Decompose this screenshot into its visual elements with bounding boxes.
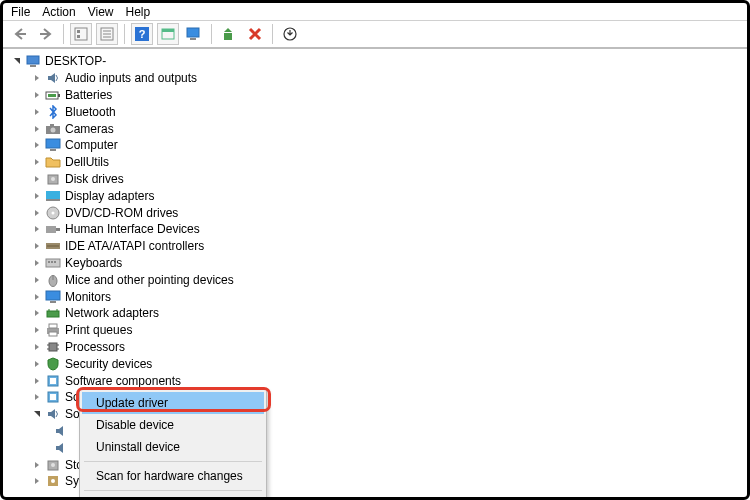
back-button[interactable] — [9, 23, 31, 45]
expand-arrow-icon[interactable] — [31, 240, 43, 252]
tree-category[interactable]: Audio inputs and outputs — [31, 70, 741, 87]
ctx-uninstall-device[interactable]: Uninstall device — [82, 436, 264, 458]
tree-category[interactable]: Security devices — [31, 355, 741, 372]
forward-button[interactable] — [35, 23, 57, 45]
tree-category[interactable]: Mice and other pointing devices — [31, 271, 741, 288]
expand-arrow-icon[interactable] — [31, 89, 43, 101]
scan-hardware-button[interactable] — [183, 23, 205, 45]
expand-arrow-icon[interactable] — [31, 223, 43, 235]
menu-action[interactable]: Action — [42, 5, 75, 19]
expand-arrow-icon[interactable] — [11, 55, 23, 67]
svg-point-21 — [51, 127, 56, 132]
expand-arrow-icon[interactable] — [31, 391, 43, 403]
svg-rect-15 — [27, 56, 39, 64]
properties-button[interactable] — [96, 23, 118, 45]
svg-rect-19 — [48, 94, 56, 97]
tree-category-label: Network adapters — [65, 306, 159, 320]
show-hide-tree-button[interactable] — [70, 23, 92, 45]
update-driver-toolbar-button[interactable] — [218, 23, 240, 45]
tree-root[interactable]: DESKTOP- — [11, 53, 741, 70]
svg-rect-49 — [49, 343, 57, 351]
menu-file[interactable]: File — [11, 5, 30, 19]
tree-category[interactable]: Network adapters — [31, 305, 741, 322]
expand-arrow-icon[interactable] — [31, 156, 43, 168]
folder-icon — [45, 154, 61, 170]
printer-icon — [45, 322, 61, 338]
tree-category[interactable]: DVD/CD-ROM drives — [31, 204, 741, 221]
ctx-scan-hardware[interactable]: Scan for hardware changes — [82, 465, 264, 487]
expand-arrow-icon[interactable] — [31, 257, 43, 269]
expand-arrow-icon[interactable] — [31, 341, 43, 353]
tree-category-label: Monitors — [65, 290, 111, 304]
mouse-icon — [45, 272, 61, 288]
tree-category[interactable]: DellUtils — [31, 154, 741, 171]
bluetooth-icon — [45, 104, 61, 120]
expand-arrow-icon[interactable] — [31, 72, 43, 84]
help-button[interactable]: ? — [131, 23, 153, 45]
toolbar-separator — [272, 24, 273, 44]
expand-arrow-icon[interactable] — [31, 408, 43, 420]
toolbar-button[interactable] — [157, 23, 179, 45]
tree-category[interactable]: Batteries — [31, 87, 741, 104]
tree-category-label: Display adapters — [65, 189, 154, 203]
expand-arrow-icon[interactable] — [31, 207, 43, 219]
ctx-properties[interactable]: Properties — [82, 494, 264, 500]
system-icon — [45, 473, 61, 489]
tree-root-label: DESKTOP- — [45, 54, 106, 68]
expand-arrow-icon[interactable] — [31, 375, 43, 387]
keyboard-icon — [45, 255, 61, 271]
ctx-update-driver[interactable]: Update driver — [82, 392, 264, 414]
tree-category-label: Processors — [65, 340, 125, 354]
svg-rect-43 — [47, 311, 59, 317]
toolbar: ? — [3, 21, 747, 49]
expand-arrow-icon[interactable] — [31, 190, 43, 202]
cpu-icon — [45, 339, 61, 355]
tree-category-label: Disk drives — [65, 172, 124, 186]
svg-rect-38 — [54, 261, 56, 263]
tree-category[interactable]: Bluetooth — [31, 103, 741, 120]
security-icon — [45, 356, 61, 372]
uninstall-toolbar-button[interactable] — [244, 23, 266, 45]
tree-category[interactable]: IDE ATA/ATAPI controllers — [31, 238, 741, 255]
update-icon — [222, 27, 236, 41]
tree-category[interactable]: Disk drives — [31, 171, 741, 188]
expand-arrow-icon[interactable] — [31, 123, 43, 135]
tree-category[interactable]: Human Interface Devices — [31, 221, 741, 238]
menu-help[interactable]: Help — [126, 5, 151, 19]
expand-arrow-icon[interactable] — [31, 324, 43, 336]
expand-arrow-icon[interactable] — [31, 173, 43, 185]
expand-arrow-icon[interactable] — [31, 106, 43, 118]
expand-arrow-icon[interactable] — [31, 307, 43, 319]
speaker-icon — [53, 440, 69, 456]
svg-rect-37 — [51, 261, 53, 263]
tree-category[interactable]: Monitors — [31, 288, 741, 305]
expand-arrow-icon[interactable] — [31, 139, 43, 151]
tree-category[interactable]: Software components — [31, 372, 741, 389]
tree-category[interactable]: Print queues — [31, 322, 741, 339]
tree-category-label: Audio inputs and outputs — [65, 71, 197, 85]
tree-category-label: Print queues — [65, 323, 132, 337]
toolbar-separator — [211, 24, 212, 44]
svg-rect-41 — [46, 291, 60, 300]
svg-rect-55 — [50, 378, 56, 384]
tree-category[interactable]: Display adapters — [31, 187, 741, 204]
monitor-icon — [45, 137, 61, 153]
tree-category[interactable]: Keyboards — [31, 255, 741, 272]
toolbar-button[interactable] — [279, 23, 301, 45]
monitor-icon — [45, 289, 61, 305]
usb-icon — [45, 490, 61, 491]
expand-arrow-icon[interactable] — [31, 459, 43, 471]
expand-arrow-icon[interactable] — [31, 475, 43, 487]
expand-arrow-icon[interactable] — [31, 358, 43, 370]
tree-category-label: Keyboards — [65, 256, 122, 270]
menu-view[interactable]: View — [88, 5, 114, 19]
expand-arrow-icon[interactable] — [31, 291, 43, 303]
ctx-disable-device[interactable]: Disable device — [82, 414, 264, 436]
window-icon — [161, 27, 175, 41]
tree-category[interactable]: Cameras — [31, 120, 741, 137]
tree-category[interactable]: Processors — [31, 339, 741, 356]
tree-category[interactable]: Computer — [31, 137, 741, 154]
svg-rect-28 — [46, 199, 60, 201]
expand-arrow-icon[interactable] — [31, 274, 43, 286]
svg-rect-27 — [46, 191, 60, 199]
